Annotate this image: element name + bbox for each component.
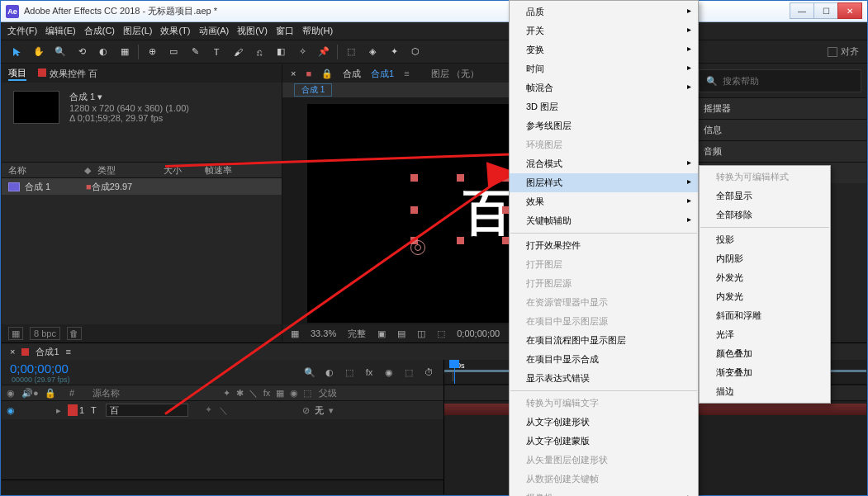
interpret-icon[interactable]: ▦	[8, 327, 23, 340]
visibility-icon[interactable]: ◉	[7, 405, 21, 416]
info-panel[interactable]: 信息	[694, 119, 866, 140]
extra4-icon[interactable]: ⬡	[407, 44, 424, 60]
brush-tool-icon[interactable]: 🖌	[230, 44, 246, 60]
menu-item[interactable]: 全部显示	[700, 187, 830, 205]
help-search[interactable]: 🔍	[699, 69, 861, 92]
menu-item[interactable]: 从文字创建形状	[510, 413, 698, 432]
menu-item[interactable]: 在项目中显示合成	[510, 350, 698, 369]
menu-item[interactable]: 从文字创建蒙版	[510, 432, 698, 451]
trash-icon[interactable]: 🗑	[67, 327, 82, 340]
menu-item[interactable]: 描边	[700, 382, 830, 401]
extra2-icon[interactable]: ◈	[364, 44, 381, 60]
rotate-tool-icon[interactable]: ◐	[95, 44, 111, 60]
menu-item[interactable]: 3D 图层	[510, 97, 698, 116]
menu-item[interactable]: 效果	[510, 192, 698, 211]
mb-icon[interactable]: ◉	[382, 366, 396, 379]
comp-active-name[interactable]: 合成1	[371, 68, 394, 80]
menu-item[interactable]: 参考线图层	[510, 116, 698, 135]
extra1-icon[interactable]: ⬚	[343, 44, 359, 60]
extra3-icon[interactable]: ✦	[386, 44, 402, 60]
ruler-icon[interactable]: ▤	[397, 328, 406, 339]
menu-item[interactable]: 图层样式	[510, 173, 698, 192]
col-name[interactable]: 名称	[8, 164, 83, 177]
menu-item[interactable]: 打开效果控件	[510, 236, 698, 255]
bpc-button[interactable]: 8 bpc	[30, 327, 60, 340]
audio-panel[interactable]: 音频	[694, 140, 866, 162]
menu-item[interactable]: 显示表达式错误	[510, 369, 698, 388]
menu-item[interactable]: 内发光	[700, 287, 830, 306]
menu-item[interactable]: 混合模式	[510, 154, 698, 173]
menu-help[interactable]: 帮助(H)	[302, 25, 333, 37]
col-type[interactable]: 类型	[97, 164, 164, 177]
menu-edit[interactable]: 编辑(E)	[45, 25, 76, 37]
menu-item[interactable]: 关键帧辅助	[510, 211, 698, 230]
maximize-button[interactable]: ☐	[813, 2, 838, 19]
camera-tool-icon[interactable]: ▦	[116, 44, 133, 60]
menu-item[interactable]: 斜面和浮雕	[700, 306, 830, 325]
roto-tool-icon[interactable]: ✧	[294, 44, 311, 60]
orbit-tool-icon[interactable]: ⟲	[74, 44, 90, 60]
tag-icon[interactable]: ◆	[83, 165, 92, 175]
comp-breadcrumb[interactable]: 合成 1	[294, 83, 332, 97]
project-tab[interactable]: 项目	[8, 67, 26, 81]
stopwatch-icon[interactable]: ⏱	[422, 366, 435, 379]
cti[interactable]	[454, 360, 455, 384]
ch-icon[interactable]: ⬚	[437, 328, 445, 339]
menu-item[interactable]: 内阴影	[700, 249, 830, 268]
cube-icon[interactable]: ⬚	[343, 366, 356, 379]
pickwhip-icon[interactable]: ⊘	[302, 405, 310, 416]
expand-icon[interactable]: ▸	[56, 405, 66, 416]
res-dropdown[interactable]: 完整	[348, 328, 366, 340]
menu-comp[interactable]: 合成(C)	[84, 25, 115, 37]
lock-icon[interactable]: 🔒	[321, 68, 333, 79]
stamp-tool-icon[interactable]: ⎌	[251, 44, 268, 60]
anchor-point-icon[interactable]	[410, 240, 425, 255]
menu-item[interactable]: 颜色叠加	[700, 344, 830, 363]
effect-controls-tab[interactable]: 效果控件 百	[38, 68, 97, 80]
roi-icon[interactable]: ◫	[417, 328, 425, 339]
help-search-input[interactable]	[723, 76, 854, 86]
close-button[interactable]: ✕	[837, 2, 862, 19]
menu-item[interactable]: 时间	[510, 59, 698, 78]
time-display[interactable]: 0;00;00;00	[457, 328, 500, 338]
pen-tool-icon[interactable]: ✎	[187, 44, 203, 60]
panel-menu-icon[interactable]: ×	[291, 68, 296, 78]
zoom-dropdown[interactable]: 33.3%	[311, 328, 336, 338]
menu-item[interactable]: 渐变叠加	[700, 363, 830, 382]
menu-item[interactable]: 品质	[510, 2, 698, 21]
parent-dropdown[interactable]: 无	[315, 404, 324, 417]
menu-item[interactable]: 在项目流程图中显示图层	[510, 331, 698, 350]
fx-icon[interactable]: fx	[363, 366, 376, 379]
menu-layer[interactable]: 图层(L)	[123, 25, 152, 37]
graph-icon[interactable]: ⬚	[402, 366, 415, 379]
layer-selector[interactable]: 图层 （无）	[431, 68, 479, 80]
menu-item[interactable]: 外发光	[700, 268, 830, 287]
shy-icon[interactable]: ◐	[323, 366, 336, 379]
selection-tool-icon[interactable]	[9, 44, 26, 60]
grid-icon[interactable]: ▦	[291, 328, 299, 339]
shape-tool-icon[interactable]: ▭	[165, 44, 182, 60]
menu-item[interactable]: 全部移除	[700, 205, 830, 224]
puppet-tool-icon[interactable]: 📌	[315, 44, 332, 60]
hand-tool-icon[interactable]: ✋	[31, 44, 47, 60]
menu-file[interactable]: 文件(F)	[7, 25, 37, 37]
menu-effect[interactable]: 效果(T)	[160, 25, 190, 37]
project-item-row[interactable]: 合成 1 ■ 合成 29.97	[2, 178, 282, 195]
menu-anim[interactable]: 动画(A)	[199, 25, 230, 37]
current-time[interactable]: 0;00;00;00	[10, 361, 70, 376]
text-tool-icon[interactable]: T	[208, 44, 225, 60]
anchor-tool-icon[interactable]: ⊕	[144, 44, 160, 60]
snap-checkbox[interactable]: 对齐	[828, 45, 859, 58]
layer-color[interactable]	[68, 404, 78, 416]
eraser-tool-icon[interactable]: ◧	[273, 44, 289, 60]
zoom-tool-icon[interactable]: 🔍	[52, 44, 69, 60]
layer-row[interactable]: ◉ ▸ 1 T ✦＼ ⊘ 无▾	[2, 401, 443, 419]
menu-view[interactable]: 视图(V)	[237, 25, 268, 37]
menu-item[interactable]: 变换	[510, 40, 698, 59]
menu-item[interactable]: 开关	[510, 21, 698, 40]
menu-item[interactable]: 帧混合	[510, 78, 698, 97]
minimize-button[interactable]: —	[790, 2, 814, 19]
wiggler-panel[interactable]: 摇摆器	[694, 97, 866, 119]
menu-item[interactable]: 光泽	[700, 325, 830, 344]
mask-icon[interactable]: ▣	[377, 328, 386, 339]
